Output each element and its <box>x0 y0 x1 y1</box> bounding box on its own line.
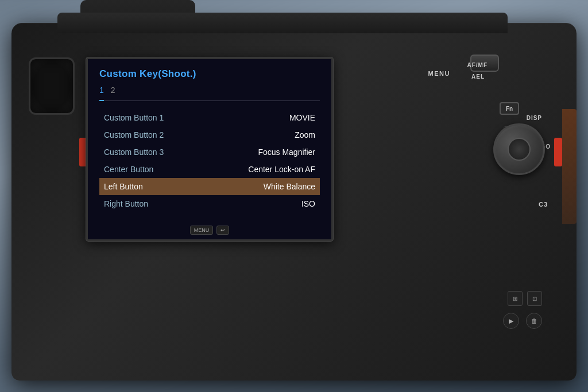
camera-body: ⚡ MENU AF/MF AEL Fn DISP ISO C3 Fn ⏎ ☽ ⊞… <box>11 23 577 381</box>
tab-row: 1 2 <box>99 86 320 101</box>
control-dial[interactable] <box>493 123 545 175</box>
grid-btn-1[interactable]: ⊞ <box>508 291 523 306</box>
delete-button[interactable]: 🗑 <box>526 313 542 329</box>
menu-row-0[interactable]: Custom Button 1MOVIE <box>99 109 320 126</box>
c3-label: C3 <box>539 201 548 208</box>
screen-title: Custom Key(Shoot.) <box>99 68 320 80</box>
menu-row-4[interactable]: Left ButtonWhite Balance <box>99 178 320 195</box>
menu-label-5: Right Button <box>104 199 148 208</box>
eyecup <box>29 57 75 115</box>
back-footer-btn-label: ↩ <box>220 227 225 233</box>
menu-label-1: Custom Button 2 <box>104 130 164 139</box>
menu-label-4: Left Button <box>104 182 143 191</box>
menu-value-2: Focus Magnifier <box>258 148 315 157</box>
menu-label[interactable]: MENU <box>428 70 450 77</box>
menu-row-5[interactable]: Right ButtonISO <box>99 195 320 212</box>
grid-btn-2-icon: ⊡ <box>532 296 537 302</box>
ael-label: AEL <box>471 73 485 80</box>
play-icon: ▶ <box>509 317 513 325</box>
menu-value-0: MOVIE <box>289 113 315 122</box>
menu-label-0: Custom Button 1 <box>104 113 164 122</box>
play-button[interactable]: ▶ <box>503 313 519 329</box>
tab-1[interactable]: 1 <box>99 86 104 101</box>
menu-footer-btn-label: MENU <box>194 227 210 233</box>
tab-2-label: 2 <box>111 86 115 95</box>
menu-label-3: Center Button <box>104 165 153 174</box>
menu-footer-btn[interactable]: MENU <box>190 226 214 235</box>
menu-value-4: White Balance <box>264 182 315 191</box>
camera-top-bar <box>57 13 508 33</box>
fn-button-label: Fn <box>506 106 513 112</box>
grid-btn-1-icon: ⊞ <box>513 296 517 302</box>
menu-table: Custom Button 1MOVIECustom Button 2ZoomC… <box>99 109 320 212</box>
play-delete-row: ▶ 🗑 <box>503 313 542 329</box>
tab-1-label: 1 <box>99 86 104 95</box>
afmf-label: AF/MF <box>467 62 488 68</box>
menu-label-2: Custom Button 3 <box>104 148 164 157</box>
menu-row-3[interactable]: Center ButtonCenter Lock-on AF <box>99 161 320 178</box>
menu-row-2[interactable]: Custom Button 3Focus Magnifier <box>99 143 320 161</box>
strap-lug-right <box>554 138 562 166</box>
ambient-right <box>562 109 577 224</box>
control-dial-inner <box>508 138 531 161</box>
grid-btn-2[interactable]: ⊡ <box>527 291 542 306</box>
screen-footer: MENU ↩ <box>88 226 331 235</box>
menu-row-1[interactable]: Custom Button 2Zoom <box>99 126 320 143</box>
fn-button[interactable]: Fn <box>500 102 519 115</box>
disp-label: DISP <box>527 115 542 121</box>
menu-value-3: Center Lock-on AF <box>248 165 315 174</box>
menu-value-1: Zoom <box>295 130 315 139</box>
grid-buttons-area: ⊞ ⊡ <box>508 291 542 306</box>
menu-value-5: ISO <box>301 199 315 208</box>
screen-content: Custom Key(Shoot.) 1 2 Custom Button 1MO… <box>88 59 331 239</box>
camera-screen: Custom Key(Shoot.) 1 2 Custom Button 1MO… <box>86 57 333 241</box>
delete-icon: 🗑 <box>531 317 537 324</box>
tab-2[interactable]: 2 <box>111 86 115 97</box>
back-footer-btn[interactable]: ↩ <box>216 226 229 235</box>
